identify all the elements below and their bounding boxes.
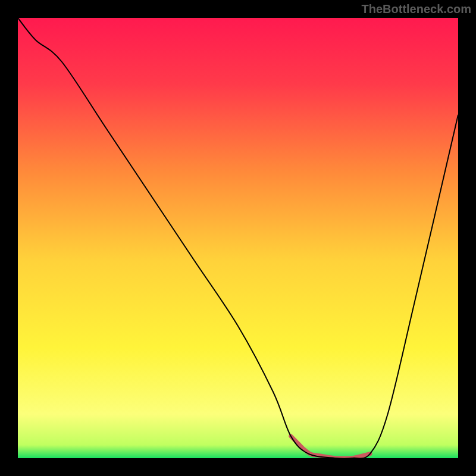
optimal-range-highlight	[291, 436, 370, 458]
bottleneck-curve	[18, 18, 458, 458]
plot-area	[18, 18, 458, 458]
chart-container: TheBottleneck.com	[0, 0, 476, 476]
curve-layer	[18, 18, 458, 458]
watermark-text: TheBottleneck.com	[362, 2, 471, 16]
